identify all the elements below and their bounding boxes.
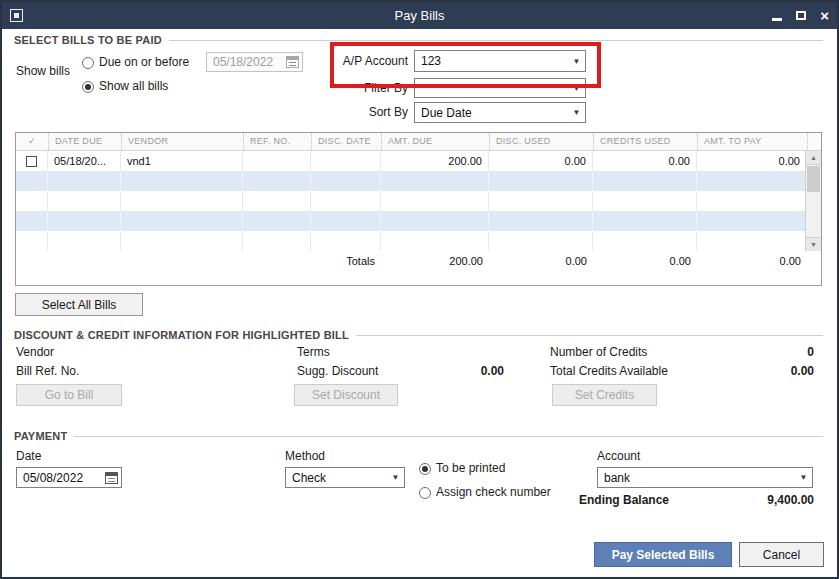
payment-account-value: bank <box>604 471 630 485</box>
ending-balance-value: 9,400.00 <box>702 493 814 507</box>
pay-selected-bills-button[interactable]: Pay Selected Bills <box>594 542 732 567</box>
section-divider <box>356 335 823 336</box>
totals-disc-used: 0.00 <box>489 251 593 271</box>
payment-section-title: PAYMENT <box>14 430 67 442</box>
show-all-bills-radio[interactable] <box>82 81 94 93</box>
discount-credit-section-header: DISCOUNT & CREDIT INFORMATION FOR HIGHLI… <box>14 329 823 341</box>
payment-method-label: Method <box>285 449 325 463</box>
totals-label: Totals <box>48 251 381 271</box>
column-header-amt-due[interactable]: AMT. DUE <box>381 133 489 150</box>
column-header-disc-date[interactable]: DISC. DATE <box>311 133 381 150</box>
bill-ref-no <box>243 151 311 171</box>
column-header-date-due[interactable]: DATE DUE <box>48 133 121 150</box>
column-header-ref-no[interactable]: REF. NO. <box>243 133 311 150</box>
scroll-up-icon[interactable]: ▲ <box>806 151 821 165</box>
totals-amt-to-pay: 0.00 <box>697 251 807 271</box>
column-header-disc-used[interactable]: DISC. USED <box>489 133 593 150</box>
ap-account-label: A/P Account <box>332 54 408 68</box>
window-title: Pay Bills <box>2 8 837 23</box>
sort-by-label: Sort By <box>340 105 408 119</box>
calendar-icon[interactable] <box>105 472 118 484</box>
payment-date-label: Date <box>16 449 41 463</box>
empty-row <box>16 191 805 211</box>
vendor-label: Vendor <box>16 345 54 359</box>
to-be-printed-label: To be printed <box>436 461 505 475</box>
empty-row <box>16 171 805 191</box>
bills-table: ✓ DATE DUE VENDOR REF. NO. DISC. DATE AM… <box>15 132 822 286</box>
show-bills-label: Show bills <box>16 64 70 78</box>
terms-label: Terms <box>297 345 330 359</box>
totals-credits-used: 0.00 <box>593 251 697 271</box>
assign-check-number-label: Assign check number <box>436 485 551 499</box>
table-scrollbar[interactable]: ▲ ▼ <box>805 151 821 251</box>
due-on-or-before-label: Due on or before <box>99 55 189 69</box>
bill-row[interactable]: 05/18/20... vnd1 200.00 0.00 0.00 0.00 <box>16 151 805 171</box>
cancel-button[interactable]: Cancel <box>739 542 824 567</box>
maximize-button[interactable] <box>796 9 806 23</box>
total-credits-available-label: Total Credits Available <box>550 364 668 378</box>
maximize-icon <box>796 11 806 20</box>
sort-by-value: Due Date <box>421 106 472 120</box>
bill-row-checkbox[interactable] <box>26 156 37 167</box>
bill-vendor: vnd1 <box>121 151 243 171</box>
select-bills-section-header: SELECT BILLS TO BE PAID <box>14 34 823 46</box>
totals-row: Totals 200.00 0.00 0.00 0.00 <box>16 251 821 271</box>
empty-row <box>16 211 805 231</box>
bill-credits-used: 0.00 <box>593 151 697 171</box>
scroll-down-icon[interactable]: ▼ <box>806 237 821 251</box>
show-all-bills-label: Show all bills <box>99 79 168 93</box>
to-be-printed-radio[interactable] <box>419 463 431 475</box>
sugg-discount-label: Sugg. Discount <box>297 364 378 378</box>
number-of-credits-label: Number of Credits <box>550 345 647 359</box>
chevron-down-icon: ▼ <box>568 108 585 117</box>
payment-method-dropdown[interactable]: Check ▼ <box>285 467 405 488</box>
titlebar: Pay Bills × <box>2 2 837 29</box>
bill-ref-no-label: Bill Ref. No. <box>16 364 79 378</box>
chevron-down-icon: ▼ <box>568 84 585 93</box>
ending-balance-label: Ending Balance <box>579 493 669 507</box>
checkmark-column-header: ✓ <box>16 133 48 150</box>
minimize-icon <box>772 18 782 21</box>
section-divider <box>74 436 823 437</box>
calendar-icon[interactable] <box>286 56 299 68</box>
due-on-or-before-radio[interactable] <box>82 57 94 69</box>
filter-by-label: Filter By <box>340 81 408 95</box>
bill-disc-date <box>311 151 381 171</box>
bill-disc-used: 0.00 <box>489 151 593 171</box>
chevron-down-icon: ▼ <box>568 57 585 66</box>
bill-amt-to-pay: 0.00 <box>697 151 807 171</box>
close-icon: × <box>820 9 829 23</box>
column-header-vendor[interactable]: VENDOR <box>121 133 243 150</box>
totals-amt-due: 200.00 <box>381 251 489 271</box>
go-to-bill-button[interactable]: Go to Bill <box>16 384 122 406</box>
payment-account-label: Account <box>597 449 640 463</box>
check-icon: ✓ <box>28 136 36 146</box>
discount-credit-section-title: DISCOUNT & CREDIT INFORMATION FOR HIGHLI… <box>14 329 349 341</box>
filter-by-dropdown[interactable]: ▼ <box>414 78 586 98</box>
due-date-value: 05/18/2022 <box>213 55 273 69</box>
select-bills-section-title: SELECT BILLS TO BE PAID <box>14 34 162 46</box>
payment-date-value: 05/08/2022 <box>23 471 83 485</box>
payment-account-dropdown[interactable]: bank ▼ <box>597 467 813 488</box>
set-discount-button[interactable]: Set Discount <box>294 384 398 406</box>
ap-account-value: 123 <box>421 54 441 68</box>
set-credits-button[interactable]: Set Credits <box>552 384 657 406</box>
due-date-input[interactable]: 05/18/2022 <box>206 52 303 72</box>
column-header-credits-used[interactable]: CREDITS USED <box>593 133 697 150</box>
assign-check-number-radio[interactable] <box>419 487 431 499</box>
close-button[interactable]: × <box>820 9 829 23</box>
ap-account-dropdown[interactable]: 123 ▼ <box>414 50 586 72</box>
pay-bills-window: Pay Bills × SELECT BILLS TO BE PAID Show… <box>0 0 839 579</box>
column-header-amt-to-pay[interactable]: AMT. TO PAY <box>697 133 807 150</box>
select-all-bills-button[interactable]: Select All Bills <box>15 293 143 316</box>
payment-date-input[interactable]: 05/08/2022 <box>16 467 122 488</box>
scrollbar-thumb[interactable] <box>807 166 820 192</box>
chevron-down-icon: ▼ <box>795 473 812 482</box>
empty-row <box>16 231 805 251</box>
bills-table-header: ✓ DATE DUE VENDOR REF. NO. DISC. DATE AM… <box>16 133 821 151</box>
payment-method-value: Check <box>292 471 326 485</box>
minimize-button[interactable] <box>772 9 782 23</box>
number-of-credits-value: 0 <box>712 345 814 359</box>
sort-by-dropdown[interactable]: Due Date ▼ <box>414 102 586 123</box>
sugg-discount-value: 0.00 <box>412 364 504 378</box>
